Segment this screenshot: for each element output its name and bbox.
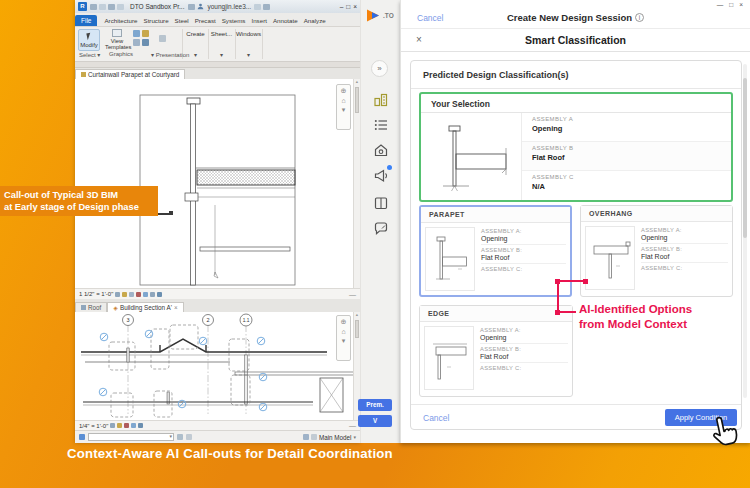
filter-icon[interactable]: [142, 30, 149, 37]
your-selection-card[interactable]: Your Selection: [419, 92, 733, 202]
view1-scrollbar[interactable]: ▴: [353, 79, 360, 288]
close-view-tab-icon[interactable]: ×: [174, 304, 178, 311]
option-card-parapet[interactable]: PARAPET: [419, 205, 572, 297]
tab-precast[interactable]: Precast: [192, 15, 219, 26]
dock-expand-button[interactable]: »: [371, 60, 388, 77]
view-tab-curtainwall[interactable]: Curtainwall Parapet at Courtyard: [75, 69, 185, 79]
select-dropdown[interactable]: Select ▾: [79, 51, 100, 58]
model-icon[interactable]: [311, 434, 317, 440]
smart-classification-icon[interactable]: [373, 92, 389, 108]
graphics-panel-label[interactable]: Graphics: [109, 51, 133, 57]
panel-maximize-button[interactable]: □: [729, 1, 733, 8]
pane-splitter-handle[interactable]: —: [349, 291, 356, 298]
active-model-select[interactable]: Main Model: [319, 434, 352, 441]
zoom-icon[interactable]: ⌂: [341, 97, 345, 104]
tab-annotate[interactable]: Annotate: [270, 15, 301, 26]
tab-file[interactable]: File: [75, 15, 97, 26]
crop-view-icon[interactable]: [143, 292, 148, 297]
shadows-icon[interactable]: [136, 292, 141, 297]
pane-splitter-handle[interactable]: —: [349, 422, 356, 429]
ribbon-group-windows[interactable]: Windows: [236, 30, 261, 37]
ribbon-group-create[interactable]: Create: [183, 30, 208, 37]
tab-analyze[interactable]: Analyze: [301, 15, 329, 26]
cart-icon[interactable]: [254, 4, 261, 10]
presentation-panel-label[interactable]: ▾ Presentation: [151, 51, 189, 58]
detail-level-icon[interactable]: [110, 423, 115, 428]
chat-icon[interactable]: [373, 220, 389, 236]
list-icon[interactable]: [373, 117, 389, 133]
tab-insert[interactable]: Insert: [248, 15, 269, 26]
tab-systems[interactable]: Systems: [219, 15, 249, 26]
drawing-viewport-section[interactable]: 3 2 1.1: [75, 312, 360, 420]
select-toggle-icon[interactable]: [186, 434, 192, 440]
redo-icon[interactable]: [117, 4, 124, 10]
revit-logo-icon[interactable]: R: [78, 2, 87, 11]
navigation-bar[interactable]: ⊕ ⌂ ▾: [336, 84, 351, 130]
navbar-expand-icon[interactable]: ▾: [342, 106, 346, 114]
cancel-link-bottom[interactable]: Cancel: [423, 413, 449, 423]
library-icon[interactable]: [373, 195, 389, 211]
visual-style-icon[interactable]: [117, 423, 122, 428]
undo-icon[interactable]: [108, 4, 115, 10]
modify-button[interactable]: Modify: [78, 29, 100, 51]
revit-maximize-button[interactable]: □: [346, 3, 350, 10]
panel-scrollbar-thumb[interactable]: [743, 78, 747, 238]
drawing-viewport-detail[interactable]: ⊕ ⌂ ▾ ▴: [75, 79, 360, 288]
signed-in-user[interactable]: youngjin.lee3...: [207, 3, 251, 10]
show-hidden-icon[interactable]: [142, 39, 149, 46]
info-icon[interactable]: i: [635, 13, 644, 22]
view-templates-button[interactable]: View Templates: [105, 29, 129, 53]
worksets-icon[interactable]: [303, 434, 309, 440]
detail-level-icon[interactable]: [115, 292, 120, 297]
view2-scale[interactable]: 1/4" = 1'-0": [79, 423, 108, 429]
presentation-icon[interactable]: [159, 35, 166, 42]
windows-panel-arrow[interactable]: ▾: [247, 51, 250, 58]
zoom-icon[interactable]: ⌂: [341, 328, 345, 335]
announcements-icon[interactable]: [373, 167, 389, 183]
design-option-combo[interactable]: [88, 433, 174, 441]
premium-button[interactable]: Prem.: [358, 399, 392, 411]
navbar-expand-icon[interactable]: ▾: [342, 337, 346, 345]
visibility-icon[interactable]: [133, 30, 140, 37]
shadows-icon[interactable]: [124, 423, 129, 428]
filter-icon[interactable]: [177, 434, 183, 440]
scrollbar-thumb[interactable]: [355, 87, 359, 113]
view1-scale[interactable]: 1 1/2" = 1'-0": [79, 291, 113, 297]
panel-close-button[interactable]: ×: [739, 1, 743, 8]
design-session-panel: — □ × Cancel Create New Design Sessioni …: [400, 0, 750, 443]
thin-lines-icon[interactable]: [133, 39, 140, 46]
navigation-bar[interactable]: ⊕ ⌂ ▾: [336, 315, 351, 361]
temporary-hide-icon[interactable]: [157, 292, 162, 297]
panel-minimize-button[interactable]: —: [717, 1, 724, 8]
option-thumbnail: [425, 227, 475, 291]
steering-wheel-icon[interactable]: ⊕: [341, 318, 347, 326]
help-icon[interactable]: [263, 4, 270, 10]
tab-architecture[interactable]: Architecture: [101, 15, 140, 26]
crop-region-icon[interactable]: [150, 292, 155, 297]
open-icon[interactable]: [90, 4, 97, 10]
view-tab-building-section[interactable]: ◈ Building Section A' ×: [107, 302, 183, 312]
scrollbar-thumb[interactable]: [355, 320, 359, 338]
home-icon[interactable]: [373, 142, 389, 158]
user-icon[interactable]: [197, 3, 204, 10]
crop-view-icon[interactable]: [131, 423, 136, 428]
edit-icon[interactable]: [79, 434, 85, 440]
tab-structure[interactable]: Structure: [141, 15, 172, 26]
search-icon[interactable]: [188, 4, 195, 10]
sheet-panel-arrow[interactable]: ▾: [220, 51, 223, 58]
ribbon-group-sheet[interactable]: Sheet...: [209, 30, 234, 37]
steering-wheel-icon[interactable]: ⊕: [341, 87, 347, 95]
visual-style-icon[interactable]: [122, 292, 127, 297]
revit-close-button[interactable]: ×: [353, 3, 357, 10]
option-card-overhang[interactable]: OVERHANG ASSEMBL: [580, 205, 733, 297]
create-panel-arrow[interactable]: ▾: [194, 51, 197, 58]
view-tab-roof[interactable]: Roof: [75, 302, 107, 312]
sun-path-icon[interactable]: [129, 292, 134, 297]
view2-control-bar: 1/4" = 1'-0" —: [75, 420, 360, 430]
temporary-hide-icon[interactable]: [138, 423, 143, 428]
revit-minimize-button[interactable]: –: [340, 3, 344, 10]
save-icon[interactable]: [99, 4, 106, 10]
tab-steel[interactable]: Steel: [172, 15, 192, 26]
option-card-edge[interactable]: EDGE ASSEMBLY A:: [419, 305, 573, 397]
v-button[interactable]: V: [358, 415, 392, 427]
